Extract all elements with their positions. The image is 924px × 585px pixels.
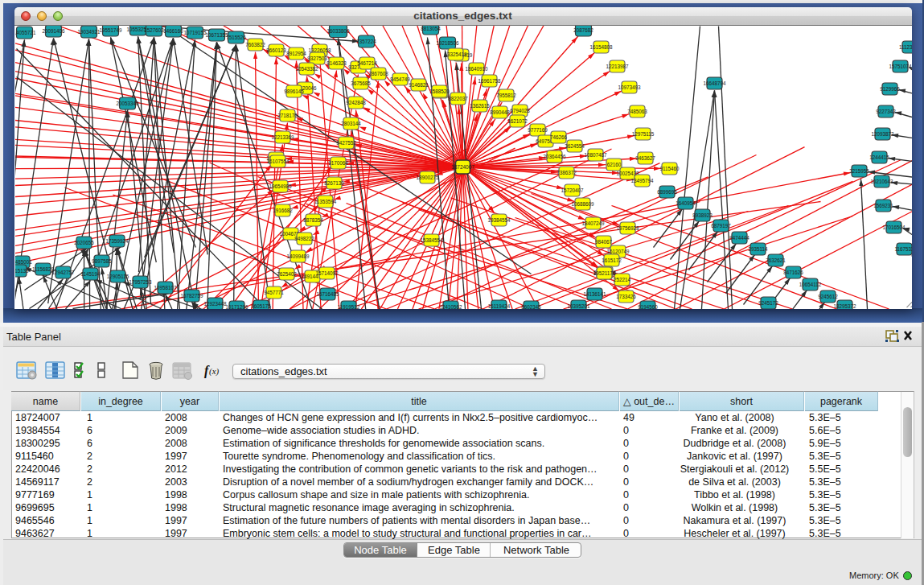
svg-text:8454749: 8454749 [390,76,410,81]
svg-text:3675685: 3675685 [351,80,371,85]
svg-text:6466160: 6466160 [163,27,183,33]
svg-text:1485001: 1485001 [15,258,32,264]
svg-text:8813054: 8813054 [421,26,441,31]
svg-text:7955812: 7955812 [496,92,516,97]
svg-text:15714092: 15714092 [315,270,339,275]
svg-text:6879197: 6879197 [711,222,731,228]
svg-text:16033809: 16033809 [326,27,350,33]
svg-text:1621072: 1621072 [507,117,528,123]
svg-text:10171296: 10171296 [225,303,248,308]
svg-text:9463627: 9463627 [635,154,655,160]
svg-text:12905115: 12905115 [106,273,129,278]
svg-text:9227342: 9227342 [876,108,896,113]
svg-text:9498222: 9498222 [294,235,314,241]
svg-text:2867608: 2867608 [368,70,388,76]
svg-text:746266: 746266 [549,134,567,139]
svg-text:10395201: 10395201 [567,303,590,308]
svg-text:16119424: 16119424 [487,303,510,308]
svg-text:3215955: 3215955 [849,167,869,173]
svg-text:9896145: 9896145 [284,88,304,93]
svg-text:62160: 62160 [606,161,621,167]
svg-text:10671355: 10671355 [205,31,228,37]
svg-text:19384554: 19384554 [487,216,511,222]
svg-text:12975115: 12975115 [631,130,654,136]
svg-text:8660123: 8660123 [266,47,286,52]
svg-text:19218506: 19218506 [436,39,459,45]
svg-text:15716485: 15716485 [316,290,339,296]
svg-text:7632621: 7632621 [766,257,786,262]
svg-text:2020655: 2020655 [74,239,94,245]
svg-text:8146328: 8146328 [326,60,347,65]
svg-text:15384554: 15384554 [420,237,443,242]
svg-text:9115460: 9115460 [659,165,680,171]
svg-text:1145194: 1145194 [80,270,101,276]
svg-text:10973493: 10973493 [618,84,641,89]
svg-text:7515526: 7515526 [226,34,246,39]
svg-text:8602345: 8602345 [521,303,541,308]
svg-text:7485063: 7485063 [627,108,647,113]
svg-text:16648794: 16648794 [703,80,726,85]
svg-text:2803144: 2803144 [341,120,361,126]
svg-text:8912954: 8912954 [286,50,306,56]
svg-text:16120749: 16120749 [606,248,630,253]
svg-text:2087682: 2087682 [573,27,593,32]
svg-text:18724007: 18724007 [451,163,474,169]
svg-text:6794028: 6794028 [510,107,530,113]
svg-text:7386372: 7386372 [556,169,577,175]
svg-text:1362615: 1362615 [470,102,490,108]
svg-text:9474444: 9474444 [729,234,749,240]
svg-text:2935114: 2935114 [748,245,768,251]
svg-text:1733426: 1733426 [616,293,636,299]
svg-text:11919512: 11919512 [337,303,359,308]
svg-text:18407249: 18407249 [581,220,605,225]
svg-text:9129966: 9129966 [880,85,900,91]
svg-text:12213369: 12213369 [271,134,294,139]
svg-text:10807487: 10807487 [584,151,607,157]
svg-text:11123427: 11123427 [898,43,911,49]
svg-text:13325419: 13325419 [444,51,467,56]
svg-text:7625402: 7625402 [277,270,297,276]
svg-text:16107554: 16107554 [266,158,290,163]
svg-text:9897585: 9897585 [92,257,112,263]
svg-text:1588520: 1588520 [429,88,450,93]
svg-text:9427552: 9427552 [336,139,356,145]
svg-text:6899695: 6899695 [657,188,677,194]
svg-text:9242848: 9242848 [346,99,366,105]
svg-text:9170064: 9170064 [328,159,348,165]
svg-text:17359924: 17359924 [105,237,129,243]
svg-text:1615172: 1615172 [602,257,622,262]
svg-text:16154808: 16154808 [589,43,613,49]
svg-text:1167533: 1167533 [894,245,912,251]
svg-text:10958107: 10958107 [154,284,177,290]
svg-text:12213987: 12213987 [606,63,629,68]
svg-text:10688609: 10688609 [571,200,594,206]
svg-text:16961758: 16961758 [478,77,501,83]
svg-text:252214: 252214 [613,276,630,282]
svg-text:10543382: 10543382 [295,65,318,71]
svg-text:12410562: 12410562 [439,303,462,308]
svg-text:7663822: 7663822 [245,41,265,47]
svg-text:10654112: 10654112 [799,281,821,286]
svg-text:8938923: 8938923 [692,212,713,217]
svg-text:20364456: 20364456 [543,153,566,159]
svg-text:9457771: 9457771 [264,289,284,295]
svg-text:1527602: 1527602 [144,27,164,32]
svg-text:1569231: 1569231 [873,202,893,208]
svg-text:19654985: 19654985 [269,183,292,188]
svg-text:17957253: 17957253 [129,278,152,284]
svg-text:11156829: 11156829 [31,266,54,271]
svg-text:12942757: 12942757 [51,269,75,274]
svg-text:1640954: 1640954 [676,200,696,205]
svg-text:13495794: 13495794 [630,177,654,183]
svg-text:16782759: 16782759 [180,292,203,298]
svg-text:(x): (x) [209,366,220,377]
svg-text:7357224: 7357224 [356,38,376,43]
svg-text:984067: 984067 [594,238,612,244]
svg-text:18295372: 18295372 [833,303,856,308]
svg-text:17016504: 17016504 [882,224,906,229]
svg-text:3915139: 3915139 [15,267,29,273]
svg-text:9245172: 9245172 [758,299,778,305]
svg-text:12093872: 12093872 [871,130,894,136]
svg-text:19756928: 19756928 [616,225,639,230]
svg-text:20091406: 20091406 [42,27,65,33]
